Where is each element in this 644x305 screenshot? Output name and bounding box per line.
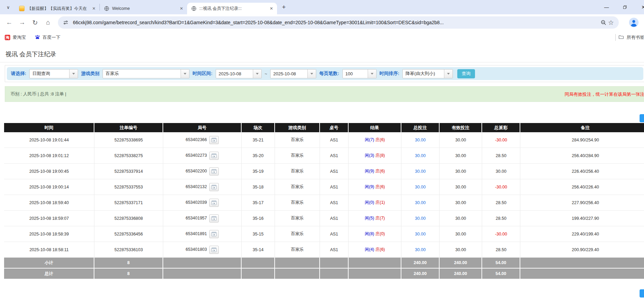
table-body: 2025-10-08 19:01:44522875338695653402366…: [4, 132, 644, 258]
all-bookmarks[interactable]: 所有书签: [615, 31, 644, 44]
search-button[interactable]: 查询: [457, 69, 475, 78]
video-replay-icon[interactable]: [209, 246, 219, 254]
folder-icon: [618, 34, 624, 41]
sort-select[interactable]: 降幂(由大到小): [402, 69, 453, 78]
tab-search-button[interactable]: ∨: [3, 2, 13, 12]
game-type-value: 百家乐: [103, 70, 122, 78]
total-count: 8: [94, 269, 163, 279]
cell-session: 35-15: [242, 226, 275, 242]
home-button[interactable]: ⌂: [42, 17, 54, 28]
divider: [615, 34, 616, 41]
close-window-button[interactable]: ✕: [634, 4, 644, 10]
zoom-out-icon[interactable]: [600, 19, 607, 26]
cell-result: 闲(9) 庄(6): [349, 164, 401, 179]
cell-time: 2025-10-08 18:58:11: [4, 242, 94, 258]
tab-betrecord-active[interactable]: :::视讯 会员下注纪录::: ✕: [187, 3, 277, 14]
cell-note: 226.40/256.40: [520, 164, 644, 179]
close-icon[interactable]: ✕: [269, 6, 274, 12]
cell-bet-id: 522875337914: [94, 164, 163, 179]
bookmark-baidu[interactable]: 百度一下: [35, 34, 60, 41]
cell-time: 2025-10-08 18:59:40: [4, 195, 94, 211]
cell-total-bet: 30.00: [401, 164, 440, 179]
close-icon[interactable]: ✕: [91, 6, 97, 12]
page-size-select[interactable]: 100: [342, 69, 377, 78]
header-session: 场次: [242, 123, 275, 132]
cell-time: 2025-10-08 19:00:45: [4, 164, 94, 179]
subtotal-label: 小计: [4, 258, 94, 269]
cell-round-id: 653402366: [163, 132, 242, 148]
cell-bet-id: 522875337553: [94, 179, 163, 195]
back-button[interactable]: ←: [3, 17, 15, 28]
bookmark-star-icon[interactable]: ☆: [607, 19, 615, 26]
date-start-select[interactable]: 2025-10-08: [216, 69, 262, 78]
video-replay-icon[interactable]: [209, 214, 219, 223]
video-replay-icon[interactable]: [209, 167, 219, 176]
cell-valid-bet: 30.00: [440, 179, 482, 195]
video-replay-icon[interactable]: [209, 136, 219, 144]
cell-result: 闲(7) 庄(6): [349, 132, 401, 148]
cell-round-id: 653401891: [163, 226, 242, 242]
result-player: 闲(8): [365, 231, 374, 236]
header-note: 备注: [520, 123, 644, 132]
subtotal-empty: [242, 258, 275, 269]
cell-valid-bet: 30.00: [440, 148, 482, 164]
header-game-type: 游戏类别: [275, 123, 320, 132]
round-id-text: 653402039: [186, 200, 207, 205]
cell-valid-bet: 30.00: [440, 132, 482, 148]
video-replay-icon[interactable]: [209, 183, 219, 191]
cell-result: 闲(9) 庄(6): [349, 179, 401, 195]
chevron-down-icon[interactable]: [253, 70, 261, 78]
bookmark-aitaobao[interactable]: 淘 爱淘宝: [5, 34, 26, 41]
result-banker: 庄(1): [375, 200, 385, 205]
tilde-separator: ~: [265, 71, 267, 76]
cell-game-type: 百家乐: [275, 211, 320, 226]
total-empty: [163, 269, 242, 279]
chevron-down-icon[interactable]: [69, 70, 78, 78]
site-settings-icon[interactable]: [62, 19, 70, 26]
cell-game-type: 百家乐: [275, 242, 320, 258]
cell-total-bet: 30.00: [401, 211, 440, 226]
filter-container: 请选择: 日期查询 游戏类别 百家乐 时间区间: 2025-10-08 ~ 20…: [5, 65, 644, 82]
result-banker: 庄(6): [375, 184, 385, 189]
minimize-button[interactable]: —: [597, 4, 616, 10]
video-replay-icon[interactable]: [209, 230, 219, 238]
cell-round-id: 653402200: [163, 164, 242, 179]
video-replay-icon[interactable]: [209, 199, 219, 207]
cell-bet-id: 522875337171: [94, 195, 163, 211]
table-row: 2025-10-08 19:00:45522875337914653402200…: [4, 164, 644, 179]
game-type-select[interactable]: 百家乐: [103, 69, 189, 78]
close-icon[interactable]: ✕: [179, 6, 184, 12]
cell-note: 256.40/226.40: [520, 179, 644, 195]
cell-result: 闲(4) 庄(6): [349, 242, 401, 258]
video-replay-icon[interactable]: [209, 152, 219, 160]
cell-table-no: AS1: [320, 211, 349, 226]
table-row: 2025-10-08 19:00:14522875337553653402132…: [4, 179, 644, 195]
chevron-down-icon[interactable]: [444, 70, 453, 78]
bet-records-table: 时间 注单编号 局号 场次 游戏类别 桌号 结果 总投注 有效投注 总派彩 备注…: [4, 123, 644, 279]
restore-button[interactable]: [616, 5, 634, 9]
page-size-value: 100: [343, 70, 356, 78]
chevron-down-icon[interactable]: [181, 70, 189, 78]
cell-result: 闲(0) 庄(1): [349, 195, 401, 211]
cell-note: 200.90/229.40: [520, 242, 644, 258]
edge-button-top[interactable]: [640, 114, 644, 122]
reload-button[interactable]: ↻: [29, 17, 41, 28]
result-player: 闲(7): [365, 137, 374, 142]
cell-result: 闲(5) 庄(7): [349, 211, 401, 226]
cell-table-no: AS1: [320, 179, 349, 195]
chevron-down-icon[interactable]: [368, 70, 376, 78]
forward-button[interactable]: →: [16, 17, 28, 28]
new-tab-button[interactable]: +: [279, 2, 289, 12]
date-end-select[interactable]: 2025-10-08: [270, 69, 316, 78]
address-bar[interactable]: 66cxkj98.com/game/betrecord_search/kind3…: [58, 16, 619, 29]
cell-time: 2025-10-08 19:01:12: [4, 148, 94, 164]
tab-welcome[interactable]: Welcome ✕: [100, 3, 187, 14]
edge-button-bottom[interactable]: [640, 289, 644, 298]
tab-forum[interactable]: 【新提醒】【实战有奖】今天在 ✕: [15, 3, 99, 14]
summary-text: 币别 : 人民币 | 总共 :8 注单 |: [11, 91, 66, 97]
cell-valid-bet: 30.00: [440, 226, 482, 242]
chevron-down-icon[interactable]: [307, 70, 316, 78]
query-type-select[interactable]: 日期查询: [29, 69, 78, 78]
url-text[interactable]: 66cxkj98.com/game/betrecord_search/kind3…: [73, 20, 596, 25]
profile-avatar[interactable]: [629, 18, 639, 27]
